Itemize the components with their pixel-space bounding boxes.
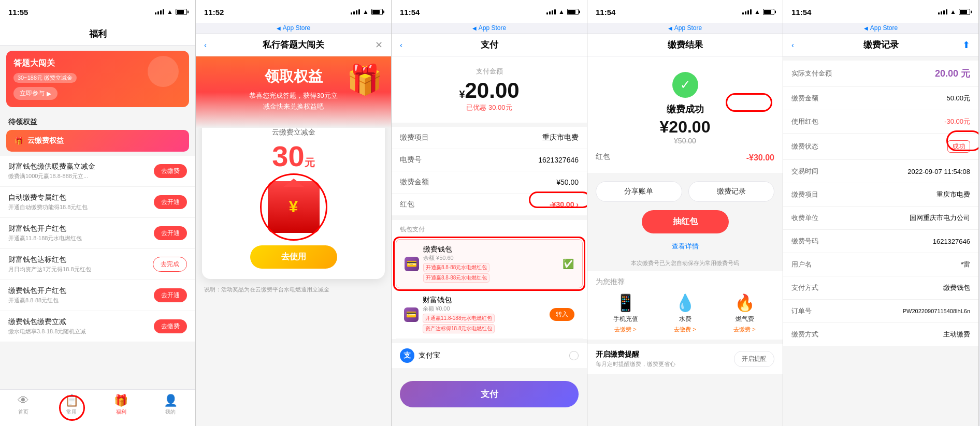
home-icon: 👁 [18,394,29,407]
payment-record-button[interactable]: 缴费记录 [688,181,775,202]
share-icon-5[interactable]: ⬆ [962,39,970,51]
draw-btn-container: 抽红包 [587,210,783,238]
alipay-logo: 支 [400,348,414,363]
appstore-chevron-2: ◀ [277,25,281,31]
wallet-logo-0: 💳 [405,257,419,271]
share-bill-button[interactable]: 分享账单 [596,181,682,202]
status-icons-1: ▲ [155,8,187,16]
nav-back-5[interactable]: ‹ [791,40,794,49]
scroll-content-3[interactable]: 支付金额 ¥20.00 已优惠 30.00元 缴费项目 重庆市电费 电费号 16… [392,56,587,426]
water-fee-icon: 💧 [655,293,715,313]
transfer-button[interactable]: 转入 [550,308,574,321]
list-btn-3[interactable]: 去完成 [153,257,187,272]
nav-item-mine[interactable]: 👤 我的 [164,394,178,416]
result-actions: 分享账单 缴费记录 [596,181,774,202]
payment-method-section: 钱包支付 💳 缴费钱包 余额 ¥50.60 开通赢8.8-88元水电燃红包 开通 [392,220,587,339]
banner-card-1[interactable]: 答题大闯关 30~188元 缴费立减金 立即参与 ▶ [6,51,189,107]
detail-link[interactable]: 查看详情 [587,238,783,255]
method-row-alipay[interactable]: 支 支付宝 [392,343,587,369]
list-item-3: 财富钱包达标红包 月日均资产达1万元得18.8元红包 去完成 [0,249,195,280]
status-time-2: 11:52 [204,8,224,17]
screen3-wrapper: 11:54 ▲ ◀ App Store ‹ 支付 支付金额 ¥2 [392,0,587,426]
nav-header-2: ‹ 私行答题大闯关 ✕ [196,34,391,56]
banner-btn[interactable]: 立即参与 ▶ [13,87,57,100]
phone-screen3: 11:54 ▲ ◀ App Store ‹ 支付 支付金额 ¥2 [392,0,587,426]
welfare-card: 🎁 云缴费权益 [6,130,189,152]
scroll-content-4[interactable]: ✓ 缴费成功 ¥20.00 ¥50.00 红包 -¥30.00 分享账单 缴费记… [587,56,783,426]
nav-header-3: ‹ 支付 [392,34,587,56]
list-btn-4[interactable]: 去开通 [154,288,187,302]
recommend-item-1: 💧 水费 去缴费 > [655,293,715,333]
common-icon: 📋 [65,394,79,407]
screen5-wrapper: 11:54 ▲ ◀ App Store ‹ 缴费记录 ⬆ 实际支 [783,0,979,426]
app-store-bar-4: ◀ App Store [587,23,783,34]
enable-reminder-button[interactable]: 开启提醒 [734,351,774,367]
list-item-4: 缴费钱包开户红包 开通赢8.8-88元红包 去开通 [0,280,195,311]
method-row-1[interactable]: 💳 财富钱包 余额 ¥0.00 开通赢11.8-188元水电燃红包 资产达标得1… [396,290,583,339]
signal-icon-5 [938,9,947,14]
record-list: 实际支付金额 20.00 元 缴费金额 50.00元 使用红包 -30.00元 [783,61,978,346]
result-amount: ¥20.00 [596,117,774,137]
appstore-chevron-4: ◀ [668,25,672,31]
status-bar-1: 11:55 ▲ [0,0,195,23]
appstore-label-5: App Store [870,24,898,32]
page-title-4: 缴费结果 [668,39,703,51]
battery-icon-5 [959,9,970,15]
draw-redpacket-button[interactable]: 抽红包 [642,210,729,233]
signal-icon-1 [155,9,164,14]
record-row-2: 使用红包 -30.00元 [783,110,978,134]
prize-amount: 30元 [212,139,374,173]
scroll-content-5[interactable]: 实际支付金额 20.00 元 缴费金额 50.00元 使用红包 -30.00元 [783,56,978,426]
method-row-0[interactable]: 💳 缴费钱包 余额 ¥50.60 开通赢8.8-88元水电燃红包 开通赢8.8-… [396,239,583,288]
phone-screen1: 11:55 ▲ 福利 答题大闯关 30~188元 缴费立减金 立即 [0,0,196,426]
recommend-item-0: 📱 手机充值 去缴费 > [596,293,655,333]
nav-back-2[interactable]: ‹ [204,40,207,49]
result-success-section: ✓ 缴费成功 ¥20.00 ¥50.00 红包 -¥30.00 [587,56,783,173]
appstore-label-2: App Store [283,24,310,32]
result-discount-row: 红包 -¥30.00 [596,151,774,163]
detail-row-1: 电费号 1621327646 [392,149,587,171]
wifi-icon-4: ▲ [754,8,760,16]
bottom-nav-1: 👁 首页 📋 常用 🎁 福利 👤 我的 [0,389,195,426]
status-time-4: 11:54 [596,8,615,17]
nav-item-common[interactable]: 📋 常用 [65,394,79,416]
signal-icon-3 [546,9,556,14]
battery-icon-2 [371,9,383,15]
nav-item-welfare[interactable]: 🎁 福利 [114,394,128,416]
record-row-0: 实际支付金额 20.00 元 [783,61,978,87]
success-check-icon: ✓ [672,72,698,98]
record-row-8: 用户名 *雷 [783,253,978,276]
auto-save-note: 本次缴费号已为您自动保存为常用缴费号码 [587,255,783,271]
wallet-logo-1: 💳 [404,307,419,322]
status-bar-2: 11:52 ▲ [196,0,391,23]
record-row-10: 订单号 PW20220907115408lhL6n [783,300,978,323]
appstore-chevron-5: ◀ [864,25,868,31]
close-icon-2[interactable]: ✕ [375,39,383,51]
list-btn-0[interactable]: 去缴费 [154,164,187,178]
status-bar-4: 11:54 ▲ [587,0,783,23]
nav-label-common: 常用 [66,408,77,416]
nav-back-3[interactable]: ‹ [400,40,402,49]
pay-button[interactable]: 支付 [400,381,579,407]
screen1-wrapper: 11:55 ▲ 福利 答题大闯关 30~188元 缴费立减金 立即 [0,0,196,426]
record-row-7: 缴费号码 1621327646 [783,230,978,253]
scroll-content-1[interactable]: 答题大闯关 30~188元 缴费立减金 立即参与 ▶ 待领权益 🎁 云缴费权益 [0,46,195,426]
list-btn-2[interactable]: 去开通 [154,226,187,240]
phone-screen2: 11:52 ▲ ◀ App Store ‹ 私行答题大闯关 ✕ 领取权益 [196,0,392,426]
page-title-2: 私行答题大闯关 [263,39,324,51]
nav-item-home[interactable]: 👁 首页 [18,394,29,416]
wifi-icon-1: ▲ [167,8,173,16]
wifi-icon-2: ▲ [363,8,369,16]
list-btn-1[interactable]: 去开通 [154,195,187,209]
mine-icon: 👤 [164,394,178,407]
recommend-grid: 📱 手机充值 去缴费 > 💧 水费 去缴费 > 🔥 燃气费 去缴费 > [596,293,774,333]
prize-note: 说明：活动奖品为在云缴费平台水电燃通用立减金 [204,285,383,294]
detail-row-3[interactable]: 红包 -¥30.00 › [392,194,587,216]
prize-use-button[interactable]: 去使用 [250,245,337,269]
page-title-5: 缴费记录 [863,39,899,51]
record-row-6: 收费单位 国网重庆市电力公司 [783,207,978,230]
record-row-9: 支付方式 缴费钱包 [783,276,978,300]
list-btn-5[interactable]: 去缴费 [154,319,187,333]
scroll-content-2[interactable]: 领取权益 恭喜您完成答题，获得30元立 减金快来兑换权益吧 🎁 云缴费立减金 3… [196,56,391,426]
wifi-icon-3: ▲ [558,8,565,16]
